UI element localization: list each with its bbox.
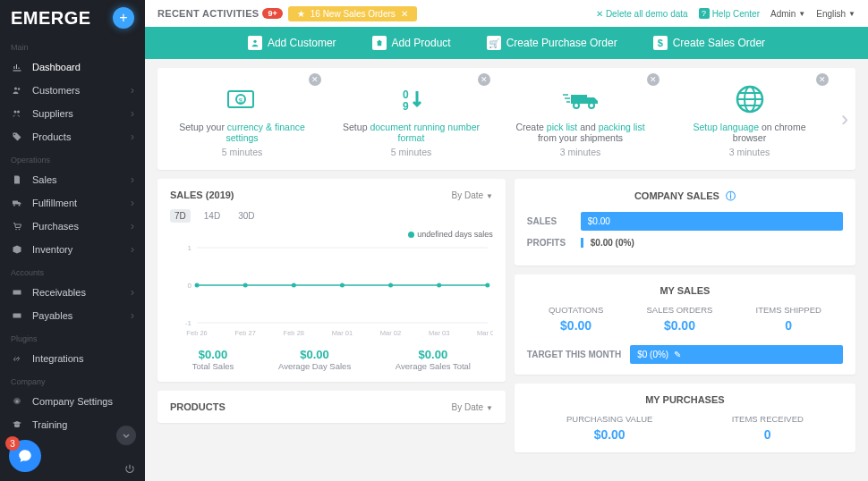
question-icon: ? [699,8,710,19]
range-tab-14d[interactable]: 14D [200,209,225,223]
tag-icon [11,131,23,143]
setup-cards-row: ✕$Setup your currency & finance settings… [157,68,855,170]
logo: EMERGE [11,8,91,29]
range-tab-30d[interactable]: 30D [234,209,259,223]
company-sales-panel: COMPANY SALES ⓘ SALES $0.00 PROFITS $0.0… [515,179,855,266]
svg-text:Mar 03: Mar 03 [429,329,449,337]
setup-time: 5 minutes [337,147,485,157]
chevron-right-icon: › [131,309,134,322]
setup-text: Setup your currency & finance settings [168,122,316,143]
setup-link[interactable]: document running number format [370,122,480,143]
language-menu[interactable]: English ▼ [816,9,855,19]
file-icon [11,173,23,186]
close-icon[interactable]: ✕ [816,73,829,86]
svg-point-41 [437,283,441,288]
products-panel: PRODUCTS By Date ▼ [157,391,506,423]
nav-label: Integrations [32,353,83,364]
new-orders-banner[interactable]: ★ 16 New Sales Orders ✕ [288,6,417,21]
sidebar-item-payables[interactable]: Payables› [0,304,145,327]
close-icon[interactable]: ✕ [309,73,321,86]
next-arrow-button[interactable]: › [834,68,855,170]
setup-link[interactable]: pick list [547,122,577,132]
svg-text:0: 0 [403,89,409,101]
stat-value: 0 [732,427,804,442]
svg-point-40 [388,283,393,288]
truck-icon [11,197,23,209]
users-icon [11,84,23,97]
add-button[interactable]: + [113,7,134,29]
products-sort-button[interactable]: By Date ▼ [452,402,493,412]
sidebar-item-receivables[interactable]: Receivables› [0,281,145,304]
create-so-button[interactable]: $ Create Sales Order [653,36,765,50]
recent-activities-badge: 9+ [262,8,282,19]
nav-label: Payables [32,310,72,321]
star-icon: ★ [297,9,305,19]
info-icon[interactable]: ⓘ [726,190,736,201]
sidebar-item-inventory[interactable]: Inventory› [0,238,145,261]
close-icon[interactable]: ✕ [401,9,408,19]
range-tab-7d[interactable]: 7D [170,209,191,223]
add-product-button[interactable]: Add Product [372,36,451,50]
svg-point-4 [14,134,16,136]
recent-activities-label: RECENT ACTIVITIES [157,8,259,19]
delete-demo-link[interactable]: ✕ Delete all demo data [596,9,688,19]
create-po-button[interactable]: 🛒 Create Purchase Order [487,36,617,50]
svg-text:Mar 01: Mar 01 [332,329,353,337]
sidebar-item-products[interactable]: Products› [0,125,145,148]
svg-text:Mar 04: Mar 04 [477,329,493,337]
nav-section-title: Operations [0,152,145,168]
add-customer-button[interactable]: Add Customer [248,36,336,50]
svg-point-37 [243,283,248,288]
my-sales-stat: ITEMS SHIPPED0 [756,305,821,333]
nav-section-title: Plugins [0,331,145,347]
grad-icon [11,418,23,431]
sidebar-item-dashboard[interactable]: Dashboard [0,55,145,79]
sidebar-item-sales[interactable]: Sales› [0,168,145,191]
sidebar-item-customers[interactable]: Customers› [0,79,145,102]
my-sales-panel: MY SALES QUOTATIONS$0.00SALES ORDERS$0.0… [515,274,855,375]
nav-section-title: Company [0,374,145,390]
company-sales-title: COMPANY SALES [634,190,719,201]
svg-point-7 [15,229,17,231]
setup-link[interactable]: packing list [599,122,645,132]
svg-text:$: $ [238,97,243,105]
power-icon[interactable] [123,463,136,476]
svg-point-42 [485,283,489,288]
stat-label: Total Sales [192,361,234,371]
setup-link[interactable]: Setup language [693,122,759,132]
admin-menu[interactable]: Admin ▼ [770,9,805,19]
sidebar-item-purchases[interactable]: Purchases› [0,215,145,238]
sidebar-item-integrations[interactable]: Integrations [0,347,145,370]
help-center-link[interactable]: ? Help Center [699,8,760,19]
close-icon[interactable]: ✕ [647,73,660,86]
svg-point-5 [13,205,15,207]
chevron-right-icon: › [131,84,134,97]
sidebar-item-suppliers[interactable]: Suppliers› [0,102,145,125]
setup-time: 3 minutes [676,147,823,157]
link-icon [11,352,23,365]
collapse-sidebar-button[interactable] [116,426,136,445]
bag-icon [372,36,387,50]
money-out-icon [11,309,23,322]
nav-section-title: Accounts [0,265,145,281]
sales-panel-title: SALES (2019) [170,190,234,200]
products-panel-title: PRODUCTS [170,401,226,412]
sales-sort-button[interactable]: By Date ▼ [452,190,493,200]
chevron-right-icon: › [131,107,134,120]
close-icon[interactable]: ✕ [478,73,490,86]
sidebar: EMERGE + MainDashboardCustomers›Supplier… [0,0,145,481]
nav-label: Receivables [32,287,86,298]
setup-link[interactable]: currency & finance settings [226,122,304,143]
my-purchases-stat: PURCHASING VALUE$0.00 [566,414,652,442]
topbar: RECENT ACTIVITIES 9+ ★ 16 New Sales Orde… [145,0,868,27]
nav-label: Company Settings [32,396,113,407]
caret-down-icon: ▼ [798,10,805,18]
svg-text:9: 9 [403,100,409,113]
svg-point-2 [14,111,17,114]
setup-time: 3 minutes [506,147,654,157]
sidebar-item-company-settings[interactable]: Company Settings [0,390,145,413]
sidebar-item-fulfillment[interactable]: Fulfillment› [0,191,145,215]
target-button[interactable]: $0 (0%) ✎ [630,345,843,364]
svg-rect-9 [13,291,21,295]
nav-label: Dashboard [32,62,81,72]
